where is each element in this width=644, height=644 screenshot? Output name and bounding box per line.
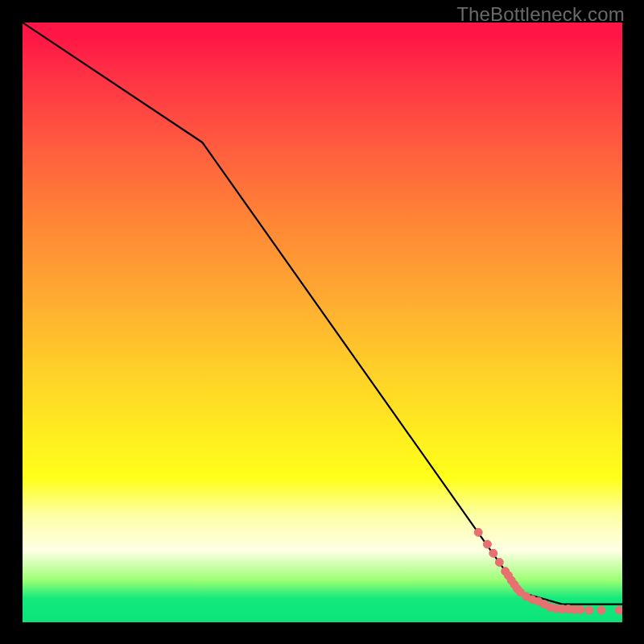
watermark-text: TheBottleneck.com (456, 3, 625, 26)
scatter-points (474, 528, 622, 614)
bottleneck-curve (23, 23, 622, 605)
scatter-point (483, 540, 491, 548)
scatter-point (585, 606, 593, 614)
scatter-point (597, 606, 605, 614)
scatter-point (495, 559, 503, 567)
chart-overlay-svg (23, 23, 622, 622)
scatter-point (615, 606, 622, 614)
scatter-point (474, 528, 482, 536)
plot-area (23, 23, 622, 622)
chart-container: TheBottleneck.com (0, 0, 644, 644)
scatter-point (576, 605, 584, 613)
scatter-point (489, 549, 497, 557)
